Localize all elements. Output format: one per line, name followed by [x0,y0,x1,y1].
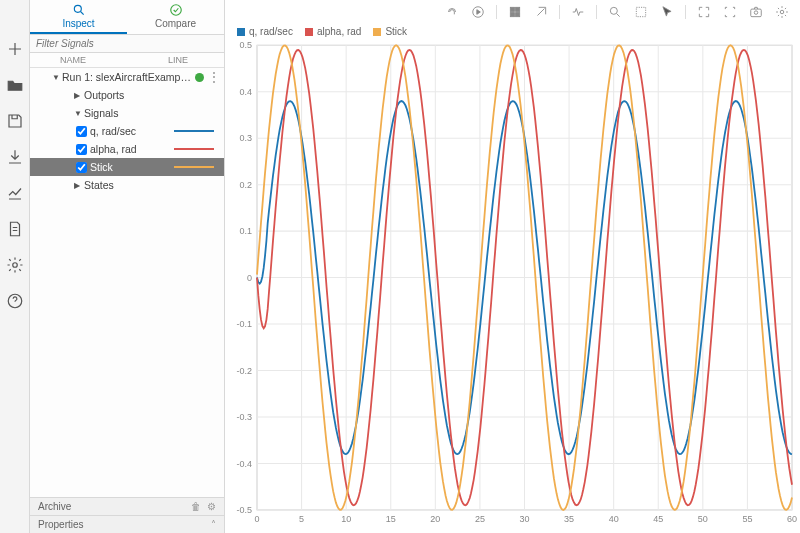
archive-section[interactable]: Archive 🗑⚙ [30,497,224,515]
signal-type-icon[interactable] [570,4,586,20]
clear-icon[interactable] [533,4,549,20]
line-swatch-q [174,130,214,132]
q-label: q, rad/sec [90,125,174,137]
legend-swatch-alpha [305,28,313,36]
svg-text:0: 0 [247,273,252,283]
svg-text:0.5: 0.5 [239,40,252,50]
line-swatch-alpha [174,148,214,150]
checkbox-q[interactable] [76,126,87,137]
svg-text:25: 25 [475,514,485,524]
export-icon[interactable] [4,182,26,204]
properties-section[interactable]: Properties ˄ [30,515,224,533]
svg-text:5: 5 [299,514,304,524]
signals-label: Signals [84,107,220,119]
svg-point-0 [12,263,17,268]
signal-panel: Inspect Compare NAME LINE ▼ Run 1: slexA… [30,0,225,533]
tree-signals-row[interactable]: ▼ Signals [30,104,224,122]
help-icon[interactable] [4,290,26,312]
legend-label-alpha: alpha, rad [317,26,361,37]
tree-run-row[interactable]: ▼ Run 1: slexAircraftExample[Current] ⋮ [30,68,224,86]
outports-label: Outports [84,89,220,101]
folder-icon[interactable] [4,74,26,96]
checkbox-stick[interactable] [76,162,87,173]
svg-text:-0.4: -0.4 [237,458,252,468]
filter-row [30,34,224,53]
svg-text:-0.2: -0.2 [237,365,252,375]
states-label: States [84,179,220,191]
gear-icon[interactable] [4,254,26,276]
svg-text:40: 40 [609,514,619,524]
column-header: NAME LINE [30,53,224,68]
svg-text:50: 50 [698,514,708,524]
tree-signal-q[interactable]: q, rad/sec [30,122,224,140]
run-label: Run 1: slexAircraftExample[Current] [62,71,191,83]
svg-point-13 [780,10,784,14]
svg-text:-0.1: -0.1 [237,319,252,329]
line-swatch-stick [174,166,214,168]
tab-label: Compare [155,18,196,29]
tree-outports-row[interactable]: ▶ Outports [30,86,224,104]
properties-label: Properties [38,519,84,530]
filter-signals-input[interactable] [30,35,224,52]
gear-small-icon[interactable]: ⚙ [207,501,216,512]
svg-point-9 [610,7,617,14]
chevron-up-icon: ˄ [211,519,216,530]
zoom-icon[interactable] [607,4,623,20]
svg-text:0.2: 0.2 [239,180,252,190]
chart[interactable]: 051015202530354045505560-0.5-0.4-0.3-0.2… [225,39,800,533]
svg-rect-8 [516,13,520,17]
save-icon[interactable] [4,110,26,132]
snapshot-icon[interactable] [748,4,764,20]
svg-text:-0.5: -0.5 [237,505,252,515]
svg-text:60: 60 [787,514,797,524]
tree-signal-stick[interactable]: Stick [30,158,224,176]
svg-text:35: 35 [564,514,574,524]
signal-tree: ▼ Run 1: slexAircraftExample[Current] ⋮ … [30,68,224,497]
svg-text:15: 15 [386,514,396,524]
checkbox-alpha[interactable] [76,144,87,155]
svg-text:45: 45 [653,514,663,524]
left-icon-rail [0,0,30,533]
import-icon[interactable] [4,146,26,168]
fullscreen-icon[interactable] [722,4,738,20]
svg-rect-5 [510,7,514,11]
stick-label: Stick [90,161,174,173]
legend: q, rad/sec alpha, rad Stick [225,24,800,39]
legend-label-stick: Stick [385,26,407,37]
tab-compare[interactable]: Compare [127,0,224,34]
svg-rect-7 [510,13,514,17]
legend-swatch-q [237,28,245,36]
col-line: LINE [168,55,216,65]
play-icon[interactable] [470,4,486,20]
plot-toolbar [225,0,800,24]
svg-text:-0.3: -0.3 [237,412,252,422]
trash-icon[interactable]: 🗑 [191,501,201,512]
tab-inspect[interactable]: Inspect [30,0,127,34]
fingerprint-icon[interactable] [444,4,460,20]
cursor-icon[interactable] [659,4,675,20]
plot-area: q, rad/sec alpha, rad Stick 051015202530… [225,0,800,533]
svg-text:0.4: 0.4 [239,87,252,97]
more-icon[interactable]: ⋮ [208,73,220,82]
svg-text:10: 10 [341,514,351,524]
legend-label-q: q, rad/sec [249,26,293,37]
archive-label: Archive [38,501,71,512]
svg-text:20: 20 [430,514,440,524]
status-dot-icon [195,73,204,82]
plus-icon[interactable] [4,38,26,60]
svg-point-3 [170,5,181,16]
tree-states-row[interactable]: ▶ States [30,176,224,194]
expand-icon[interactable] [696,4,712,20]
svg-rect-11 [751,9,762,17]
svg-rect-10 [636,7,645,16]
grid-layout-icon[interactable] [507,4,523,20]
tab-label: Inspect [62,18,94,29]
svg-point-12 [754,11,758,14]
document-icon[interactable] [4,218,26,240]
svg-text:55: 55 [742,514,752,524]
legend-swatch-stick [373,28,381,36]
settings-icon[interactable] [774,4,790,20]
fit-icon[interactable] [633,4,649,20]
svg-text:0: 0 [254,514,259,524]
tree-signal-alpha[interactable]: alpha, rad [30,140,224,158]
